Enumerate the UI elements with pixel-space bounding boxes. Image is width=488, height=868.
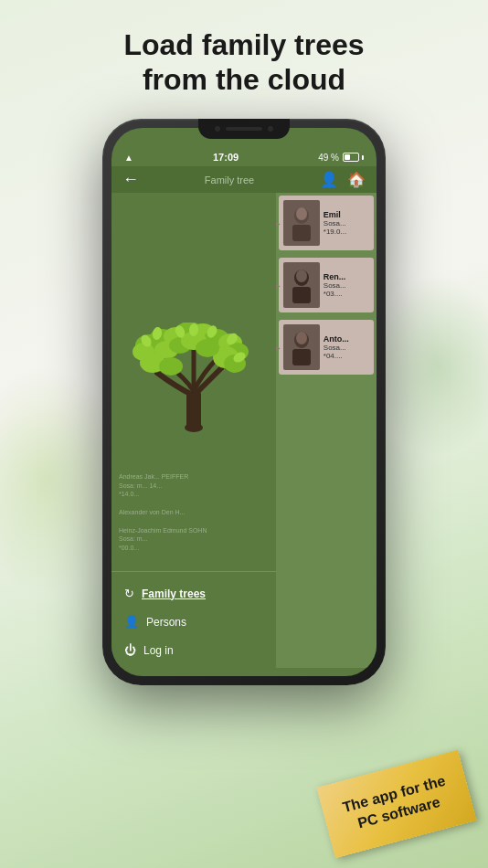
watercolor-decoration-right bbox=[369, 274, 488, 457]
headline-line2: from the cloud bbox=[143, 63, 345, 96]
person-photo-inner-2 bbox=[283, 262, 320, 308]
back-button[interactable]: ← bbox=[122, 170, 139, 189]
card-arrow-1: ▶ bbox=[276, 218, 281, 228]
battery-indicator bbox=[343, 153, 364, 162]
phone-mockup: ▲ 17:09 49 % ← Family tree bbox=[102, 119, 386, 685]
wifi-icon: ▲ bbox=[124, 153, 133, 163]
person-info-1: Emil Sosa... *19.0... bbox=[320, 208, 369, 238]
bg-text-line4: Alexander von Den H... bbox=[119, 508, 207, 517]
speaker-bar bbox=[226, 127, 262, 131]
menu-label-family-trees: Family trees bbox=[142, 587, 206, 600]
person-name-1: Emil bbox=[324, 210, 366, 219]
svg-point-31 bbox=[296, 270, 307, 282]
nav-title: Family tree bbox=[139, 175, 320, 185]
left-panel: Andreas Jak... PEIFFER Sosa: m... 14... … bbox=[111, 193, 276, 668]
background-person-text: Andreas Jak... PEIFFER Sosa: m... 14... … bbox=[119, 472, 207, 553]
menu-item-family-trees[interactable]: ↻ Family trees bbox=[111, 579, 276, 608]
card-arrow-2: ▶ bbox=[276, 281, 281, 291]
svg-rect-30 bbox=[292, 287, 311, 303]
person-info-3: Anto... Sosa... *04.... bbox=[320, 333, 369, 362]
bg-text-line5: Heinz-Joachim Edmund SOHN bbox=[119, 526, 207, 535]
person-detail1-2: Sosa... bbox=[324, 281, 366, 290]
svg-point-34 bbox=[296, 332, 307, 344]
person-detail1-3: Sosa... bbox=[324, 344, 366, 352]
nav-icons: 👤 🏠 bbox=[320, 171, 366, 188]
person-info-2: Ren... Sosa... *03.... bbox=[320, 270, 369, 300]
person-name-2: Ren... bbox=[324, 272, 366, 281]
refresh-icon: ↻ bbox=[124, 587, 134, 600]
battery-tip bbox=[362, 155, 364, 160]
bg-text-line7: *00.0... bbox=[119, 544, 207, 553]
bg-text-line6: Sosa: m... bbox=[119, 535, 207, 544]
pc-software-banner: The app for the PC software bbox=[316, 750, 476, 859]
person-detail2-1: *19.0... bbox=[324, 228, 366, 236]
person-photo-inner-3 bbox=[283, 324, 320, 370]
person-detail2-3: *04.... bbox=[324, 352, 366, 360]
battery-body bbox=[343, 153, 359, 162]
person-icon: 👤 bbox=[124, 615, 139, 629]
phone-notch bbox=[198, 119, 290, 139]
app-content: Andreas Jak... PEIFFER Sosa: m... 14... … bbox=[111, 193, 377, 668]
svg-rect-27 bbox=[292, 225, 311, 241]
camera-dot-2 bbox=[268, 126, 273, 132]
person-card-2[interactable]: ▶ Ren... Sos bbox=[279, 258, 374, 312]
right-panel: ▶ Emil Sosa. bbox=[276, 193, 377, 668]
nav-bar: ← Family tree 👤 🏠 bbox=[111, 166, 377, 193]
menu-section: ↻ Family trees 👤 Persons ⏻ Log in bbox=[111, 571, 276, 668]
menu-item-login[interactable]: ⏻ Log in bbox=[111, 636, 276, 664]
home-nav-icon[interactable]: 🏠 bbox=[347, 171, 366, 188]
person-photo-2 bbox=[283, 262, 320, 308]
headline-line1: Load family trees bbox=[123, 28, 364, 61]
status-time: 17:09 bbox=[213, 152, 239, 163]
tree-svg bbox=[130, 323, 258, 441]
person-nav-icon[interactable]: 👤 bbox=[320, 171, 338, 188]
bg-text-line3: *14.0... bbox=[119, 490, 207, 499]
menu-label-login: Log in bbox=[143, 644, 174, 657]
person-detail1-1: Sosa... bbox=[324, 219, 366, 228]
power-icon: ⏻ bbox=[124, 643, 136, 657]
bg-text-line2: Sosa: m... 14... bbox=[119, 482, 207, 491]
person-photo-3 bbox=[283, 324, 320, 370]
person-card-3[interactable]: ▶ Anto... So bbox=[279, 320, 374, 375]
headline: Load family trees from the cloud bbox=[0, 0, 488, 116]
person-detail2-2: *03.... bbox=[324, 290, 366, 298]
person-name-3: Anto... bbox=[324, 334, 366, 344]
menu-label-persons: Persons bbox=[146, 616, 186, 629]
svg-point-28 bbox=[296, 207, 307, 220]
battery-fill bbox=[345, 154, 350, 160]
phone-outer-shell: ▲ 17:09 49 % ← Family tree bbox=[102, 119, 386, 685]
svg-point-16 bbox=[196, 339, 219, 357]
svg-rect-33 bbox=[292, 349, 311, 365]
status-bar-left: ▲ bbox=[124, 153, 133, 163]
menu-item-persons[interactable]: 👤 Persons bbox=[111, 608, 276, 636]
person-photo-inner-1 bbox=[283, 200, 320, 246]
tree-illustration-area: Andreas Jak... PEIFFER Sosa: m... 14... … bbox=[111, 193, 276, 571]
svg-point-18 bbox=[159, 357, 183, 376]
card-arrow-3: ▶ bbox=[276, 343, 281, 353]
bg-text-line1: Andreas Jak... PEIFFER bbox=[119, 472, 207, 482]
status-bar-right: 49 % bbox=[318, 153, 364, 163]
battery-pct-label: 49 % bbox=[318, 153, 339, 163]
phone-screen: ▲ 17:09 49 % ← Family tree bbox=[111, 128, 377, 676]
camera-dot bbox=[215, 126, 220, 132]
person-card-1[interactable]: ▶ Emil Sosa. bbox=[279, 196, 374, 250]
person-photo-1 bbox=[283, 200, 320, 246]
